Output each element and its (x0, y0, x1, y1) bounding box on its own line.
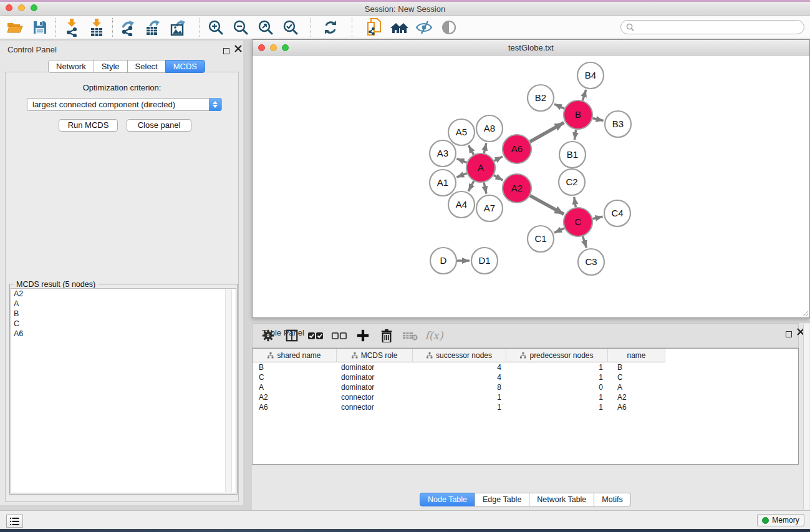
create-column-button[interactable] (351, 325, 375, 346)
mcds-result-item[interactable]: A (11, 299, 236, 309)
table-row-A2[interactable]: A2connector11A2 (253, 392, 798, 402)
node-B3[interactable]: B3 (605, 111, 631, 137)
criterion-dropdown[interactable]: largest connected component (directed) (27, 98, 222, 111)
cell-MCDS-role[interactable]: dominator (337, 363, 413, 372)
cell-name[interactable]: A (608, 383, 665, 392)
cell-name[interactable]: C (608, 373, 665, 382)
tab-style[interactable]: Style (94, 60, 128, 73)
memory-button[interactable]: Memory (757, 514, 804, 526)
node-A4[interactable]: A4 (448, 191, 475, 218)
function-builder-button[interactable]: f(x) (422, 325, 446, 346)
cell-shared-name[interactable]: A (253, 383, 337, 392)
search-input[interactable] (637, 23, 804, 32)
node-D1[interactable]: D1 (471, 248, 498, 274)
search-field[interactable] (620, 20, 804, 34)
table-row-B[interactable]: Bdominator41B (253, 362, 798, 372)
cell-predecessor-nodes[interactable]: 1 (506, 403, 608, 412)
cell-shared-name[interactable]: C (253, 373, 337, 382)
cell-shared-name[interactable]: B (253, 363, 337, 372)
tab-network-table[interactable]: Network Table (529, 493, 594, 506)
column-header-predecessor-nodes[interactable]: predecessor nodes (506, 349, 608, 362)
close-panel-icon[interactable] (234, 45, 242, 52)
mcds-result-item[interactable]: A2 (11, 289, 236, 299)
zoom-fit-button[interactable] (253, 17, 278, 38)
cell-name[interactable]: A2 (608, 393, 665, 402)
hide-graphics-details-button[interactable] (412, 17, 436, 38)
edge-C-C1[interactable] (554, 228, 564, 233)
edge-C-C3[interactable] (582, 236, 586, 248)
mcds-list-scrollbar[interactable] (225, 289, 232, 492)
node-C4[interactable]: C4 (604, 200, 630, 226)
column-header-successor-nodes[interactable]: successor nodes (413, 349, 506, 362)
run-mcds-button[interactable]: Run MCDS (59, 119, 118, 132)
node-B4[interactable]: B4 (577, 62, 604, 89)
float-panel-icon[interactable] (223, 46, 229, 57)
new-session-from-network-button[interactable] (362, 17, 387, 38)
node-A[interactable]: A (466, 153, 495, 182)
node-A2[interactable]: A2 (503, 174, 531, 203)
edge-A-A7[interactable] (484, 182, 486, 193)
edge-A-A4[interactable] (468, 181, 474, 191)
cell-MCDS-role[interactable]: dominator (337, 373, 413, 382)
network-window-titlebar[interactable]: testGlobe.txt (253, 40, 809, 56)
edge-A-A6[interactable] (494, 157, 503, 161)
cell-successor-nodes[interactable]: 4 (413, 373, 506, 382)
float-table-panel-icon[interactable] (786, 329, 792, 340)
tab-motifs[interactable]: Motifs (594, 493, 630, 506)
delete-column-button[interactable] (375, 325, 398, 346)
node-A7[interactable]: A7 (476, 195, 503, 221)
show-graphics-details-button[interactable] (436, 17, 461, 38)
edge-B-B4[interactable] (582, 90, 586, 100)
edge-B-B2[interactable] (554, 104, 564, 109)
node-D[interactable]: D (430, 248, 456, 274)
network-canvas[interactable]: B4B2BB3A8A5A6A3B1AA1C2A2A4A7C4CC1C3DD1 (253, 56, 809, 318)
import-table-button[interactable] (84, 17, 109, 38)
node-C1[interactable]: C1 (528, 226, 554, 252)
cell-successor-nodes[interactable]: 1 (413, 393, 506, 402)
tab-mcds[interactable]: MCDS (165, 60, 205, 73)
edge-A-A2[interactable] (494, 175, 503, 180)
column-header-shared-name[interactable]: shared name (253, 349, 337, 362)
node-C3[interactable]: C3 (578, 249, 604, 275)
tab-node-table[interactable]: Node Table (420, 493, 475, 506)
edge-C-C2[interactable] (574, 197, 576, 208)
node-A1[interactable]: A1 (430, 170, 456, 196)
node-C2[interactable]: C2 (559, 169, 585, 195)
zoom-selected-button[interactable] (278, 17, 303, 38)
edge-A-A5[interactable] (468, 145, 473, 155)
edge-C-C4[interactable] (592, 216, 602, 219)
table-row-C[interactable]: Cdominator41C (253, 372, 798, 382)
node-B2[interactable]: B2 (528, 85, 554, 111)
cell-MCDS-role[interactable]: connector (337, 403, 413, 412)
cell-MCDS-role[interactable]: dominator (337, 383, 413, 392)
deselect-all-button[interactable] (327, 325, 351, 346)
edge-A-A8[interactable] (484, 143, 486, 153)
mcds-result-item[interactable]: C (11, 319, 236, 329)
mcds-result-item[interactable]: A6 (11, 329, 236, 339)
select-all-button[interactable] (304, 325, 327, 346)
export-image-button[interactable] (166, 17, 191, 38)
mcds-result-list[interactable]: A2ABCA6 (11, 288, 236, 493)
cell-successor-nodes[interactable]: 4 (413, 363, 506, 372)
import-network-button[interactable] (59, 17, 84, 38)
node-A6[interactable]: A6 (503, 135, 531, 163)
table-row-A6[interactable]: A6connector11A6 (253, 402, 798, 412)
home-button[interactable] (387, 17, 412, 38)
edge-A2-C[interactable] (530, 196, 564, 215)
edge-A-A3[interactable] (456, 158, 466, 162)
cell-name[interactable]: A6 (608, 403, 665, 412)
cell-predecessor-nodes[interactable]: 1 (506, 363, 608, 372)
open-session-button[interactable] (2, 17, 27, 38)
node-table[interactable]: shared nameMCDS rolesuccessor nodesprede… (252, 348, 799, 465)
node-B1[interactable]: B1 (559, 142, 586, 168)
tab-select[interactable]: Select (127, 60, 166, 73)
window-resize-grip[interactable] (801, 309, 809, 317)
refresh-button[interactable] (318, 17, 343, 38)
export-network-button[interactable] (116, 17, 141, 38)
cell-successor-nodes[interactable]: 8 (413, 383, 506, 392)
delete-table-button[interactable] (398, 325, 422, 346)
column-header-name[interactable]: name (608, 349, 665, 362)
node-C[interactable]: C (564, 208, 592, 236)
cell-name[interactable]: B (608, 363, 665, 372)
cell-successor-nodes[interactable]: 1 (413, 403, 506, 412)
